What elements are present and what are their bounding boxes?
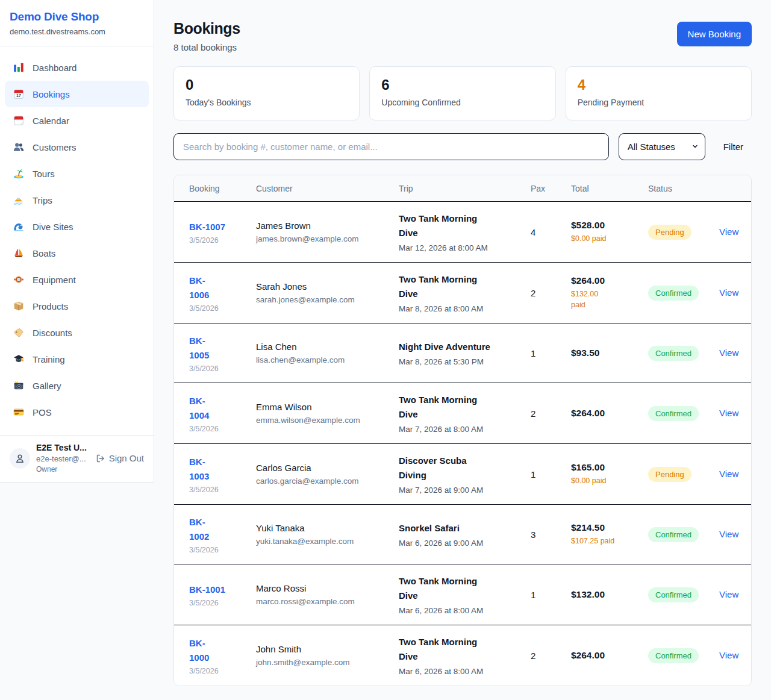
trip-cell: Two Tank MorningDive Mar 7, 2026 at 8:00… (399, 393, 531, 434)
view-booking-link[interactable]: View (719, 529, 738, 539)
bar-chart-icon (13, 62, 24, 73)
column-header-booking: Booking (189, 184, 256, 193)
trip-cell: Snorkel Safari Mar 6, 2026 at 9:00 AM (399, 521, 531, 548)
sidebar-user-footer: E2E Test U... e2e-tester@... Owner Sign … (0, 435, 154, 482)
stat-card-pending-payment: 4 Pending Payment (566, 66, 752, 120)
view-booking-link[interactable]: View (719, 650, 738, 660)
status-badge: Confirmed (648, 346, 699, 361)
sidebar-item-trips[interactable]: Trips (5, 187, 149, 213)
sidebar-item-label: Dashboard (33, 63, 76, 73)
view-booking-link[interactable]: View (719, 408, 738, 418)
sidebar-item-equipment[interactable]: Equipment (5, 266, 149, 293)
package-icon (13, 301, 24, 311)
sidebar-item-discounts[interactable]: Discounts (5, 319, 149, 346)
booking-link[interactable]: BK-1006 (189, 273, 256, 302)
booking-link[interactable]: BK-1000 (189, 636, 256, 665)
pax-value: 4 (531, 227, 571, 237)
booking-link[interactable]: BK-1005 (189, 334, 256, 363)
paid-amount: $132.00paid (571, 289, 648, 310)
paid-amount: $107.25 paid (571, 536, 648, 546)
sidebar-item-gallery[interactable]: Gallery (5, 372, 149, 399)
view-booking-link[interactable]: View (719, 469, 738, 479)
stat-label: Pending Payment (578, 98, 740, 107)
pax-value: 1 (531, 590, 571, 600)
sidebar-item-label: Training (33, 354, 65, 364)
customer-email: emma.wilson@example.com (256, 416, 390, 425)
sidebar-item-tours[interactable]: Tours (5, 160, 149, 187)
booking-cell: BK-1005 3/5/2026 (189, 334, 256, 373)
booking-link[interactable]: BK-1002 (189, 515, 256, 544)
sidebar-item-products[interactable]: Products (5, 293, 149, 319)
shop-header: Demo Dive Shop demo.test.divestreams.com (0, 0, 154, 46)
trip-cell: Two Tank MorningDive Mar 12, 2026 at 8:0… (399, 211, 531, 252)
sidebar-item-training[interactable]: Training (5, 346, 149, 372)
booking-date: 3/5/2026 (189, 425, 256, 433)
credit-card-icon (13, 407, 24, 417)
trip-cell: Two Tank MorningDive Mar 6, 2026 at 8:00… (399, 635, 531, 676)
customer-name: Emma Wilson (256, 402, 390, 412)
sidebar-item-label: Gallery (33, 381, 61, 391)
filter-button[interactable]: Filter (715, 142, 752, 152)
trip-name: Two Tank MorningDive (399, 272, 522, 301)
customer-cell: Lisa Chen lisa.chen@example.com (256, 342, 399, 364)
view-booking-link[interactable]: View (719, 589, 738, 599)
filter-row: All Statuses Filter (173, 133, 752, 160)
sidebar-item-dashboard[interactable]: Dashboard (5, 54, 149, 81)
pax-value: 1 (531, 469, 571, 480)
view-booking-link[interactable]: View (719, 287, 738, 298)
customer-cell: Marco Rossi marco.rossi@example.com (256, 583, 399, 606)
customer-name: John Smith (256, 644, 390, 654)
sidebar-item-label: Discounts (33, 328, 72, 338)
sidebar-item-bookings[interactable]: 17 Bookings (5, 81, 149, 107)
total-amount: $264.00 (571, 408, 648, 419)
trip-datetime: Mar 6, 2026 at 9:00 AM (399, 539, 522, 548)
stat-label: Today's Bookings (186, 98, 348, 107)
page-header: Bookings 8 total bookings New Booking (173, 20, 752, 52)
sidebar-item-pos[interactable]: POS (5, 399, 149, 425)
sidebar-item-label: POS (33, 407, 52, 417)
sign-out-label: Sign Out (109, 453, 144, 463)
customer-name: Yuki Tanaka (256, 523, 390, 533)
view-booking-link[interactable]: View (719, 348, 738, 358)
total-amount: $264.00 (571, 650, 648, 661)
page-subtitle: 8 total bookings (173, 42, 240, 52)
trip-name: Two Tank MorningDive (399, 393, 522, 422)
view-booking-link[interactable]: View (719, 227, 738, 237)
booking-cell: BK-1003 3/5/2026 (189, 455, 256, 494)
status-badge: Confirmed (648, 286, 699, 301)
trip-cell: Two Tank MorningDive Mar 6, 2026 at 8:00… (399, 574, 531, 615)
booking-date: 3/5/2026 (189, 236, 256, 245)
status-cell: Confirmed (648, 346, 719, 361)
booking-link[interactable]: BK-1004 (189, 394, 256, 423)
wave-icon (13, 221, 24, 232)
customer-email: yuki.tanaka@example.com (256, 537, 390, 546)
booking-link[interactable]: BK-1003 (189, 455, 256, 484)
paid-amount: $0.00 paid (571, 233, 648, 244)
user-info: E2E Test U... e2e-tester@... Owner (36, 443, 90, 473)
stat-card-upcoming-confirmed: 6 Upcoming Confirmed (369, 66, 555, 120)
customer-cell: James Brown james.brown@example.com (256, 220, 399, 243)
total-amount: $165.00 (571, 462, 648, 473)
table-row: BK-1005 3/5/2026 Lisa Chen lisa.chen@exa… (174, 323, 751, 383)
booking-link[interactable]: BK-1001 (189, 583, 256, 597)
total-amount: $528.00 (571, 220, 648, 231)
sidebar-item-calendar[interactable]: Calendar (5, 107, 149, 134)
new-booking-button[interactable]: New Booking (677, 22, 752, 46)
sign-out-icon (96, 454, 105, 463)
sidebar-item-boats[interactable]: Boats (5, 240, 149, 266)
table-row: BK-1000 3/5/2026 John Smith john.smith@e… (174, 625, 751, 686)
stat-label: Upcoming Confirmed (381, 98, 543, 107)
sidebar-nav: Dashboard 17 Bookings Calendar Customers… (0, 46, 154, 425)
search-input[interactable] (173, 133, 609, 160)
sidebar-item-dive-sites[interactable]: Dive Sites (5, 213, 149, 240)
user-name: E2E Test U... (36, 443, 90, 452)
sign-out-button[interactable]: Sign Out (96, 453, 144, 463)
customer-cell: Carlos Garcia carlos.garcia@example.com (256, 463, 399, 486)
customer-name: Lisa Chen (256, 342, 390, 352)
booking-link[interactable]: BK-1007 (189, 220, 256, 234)
status-select[interactable]: All Statuses (619, 133, 705, 160)
table-row: BK-1004 3/5/2026 Emma Wilson emma.wilson… (174, 383, 751, 443)
customer-email: john.smith@example.com (256, 658, 390, 667)
trip-datetime: Mar 7, 2026 at 9:00 AM (399, 486, 522, 495)
sidebar-item-customers[interactable]: Customers (5, 134, 149, 160)
